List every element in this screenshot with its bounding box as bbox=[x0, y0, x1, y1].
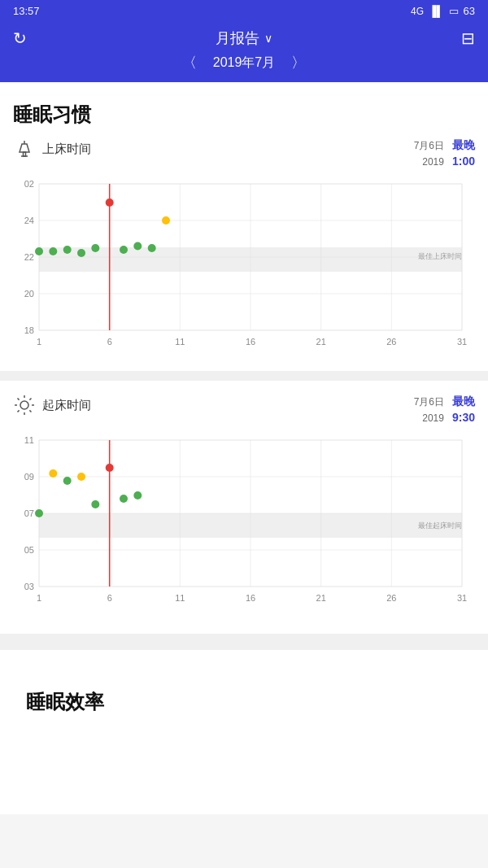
svg-text:11: 11 bbox=[24, 435, 34, 445]
bedtime-chart: 最佳上床时间 bbox=[10, 176, 478, 355]
bedtime-meta-label: 最晚 bbox=[452, 138, 475, 151]
battery-level: 63 bbox=[464, 5, 475, 17]
svg-text:22: 22 bbox=[24, 252, 34, 262]
svg-text:05: 05 bbox=[24, 545, 34, 555]
svg-line-46 bbox=[18, 399, 20, 400]
svg-text:11: 11 bbox=[175, 337, 185, 347]
bedtime-optimal-label: 最佳上床时间 bbox=[418, 252, 462, 260]
svg-point-40 bbox=[162, 216, 170, 225]
svg-line-48 bbox=[29, 399, 31, 400]
svg-text:07: 07 bbox=[24, 508, 34, 518]
svg-text:31: 31 bbox=[457, 593, 467, 603]
svg-text:6: 6 bbox=[107, 593, 112, 603]
wakeup-optimal-label: 最佳起床时间 bbox=[418, 521, 462, 530]
svg-point-77 bbox=[35, 509, 43, 517]
svg-text:26: 26 bbox=[386, 593, 396, 603]
svg-text:26: 26 bbox=[386, 337, 396, 347]
svg-text:09: 09 bbox=[24, 472, 34, 482]
refresh-button[interactable]: ↻ bbox=[13, 28, 27, 48]
bedtime-label-group: 上床时间 bbox=[13, 137, 91, 160]
signal-bars-icon: ▐▌ bbox=[429, 5, 443, 17]
wakeup-meta-time: 9:30 bbox=[452, 411, 475, 424]
sleep-habits-title: 睡眠习惯 bbox=[0, 82, 488, 137]
bedtime-meta-time: 1:00 bbox=[452, 155, 475, 168]
svg-text:24: 24 bbox=[24, 216, 34, 225]
sleep-efficiency-title: 睡眠效率 bbox=[13, 670, 475, 725]
month-nav: 〈 2019年7月 〉 bbox=[13, 53, 475, 72]
bedtime-meta: 7月6日 最晚 2019 1:00 bbox=[414, 137, 475, 169]
wakeup-label-group: 起床时间 bbox=[13, 394, 91, 417]
wakeup-meta-label: 最晚 bbox=[452, 395, 475, 408]
chart-divider-1 bbox=[0, 371, 488, 381]
svg-point-31 bbox=[35, 247, 43, 255]
svg-line-47 bbox=[29, 411, 31, 412]
svg-text:21: 21 bbox=[316, 593, 326, 603]
svg-point-38 bbox=[133, 242, 142, 251]
svg-text:03: 03 bbox=[24, 582, 34, 591]
wakeup-label-text: 起床时间 bbox=[42, 398, 91, 413]
svg-marker-0 bbox=[20, 144, 29, 152]
svg-point-78 bbox=[49, 469, 57, 478]
next-month-button[interactable]: 〉 bbox=[291, 53, 306, 72]
svg-text:6: 6 bbox=[107, 337, 112, 347]
svg-text:31: 31 bbox=[457, 337, 467, 347]
svg-text:16: 16 bbox=[246, 337, 255, 347]
svg-text:1: 1 bbox=[37, 593, 41, 603]
wakeup-chart-header: 起床时间 7月6日 最晚 2019 9:30 bbox=[10, 394, 478, 425]
battery-icon: ▭ bbox=[449, 5, 459, 17]
svg-point-32 bbox=[49, 247, 57, 255]
dropdown-arrow-icon[interactable]: ∨ bbox=[264, 32, 272, 45]
sun-icon bbox=[13, 394, 36, 417]
wakeup-meta: 7月6日 最晚 2019 9:30 bbox=[414, 394, 475, 425]
wakeup-chart-container: 起床时间 7月6日 最晚 2019 9:30 bbox=[0, 381, 488, 627]
calendar-button[interactable]: ⊟ bbox=[461, 28, 475, 48]
sleep-habits-section: 睡眠习惯 上床时间 7月6日 bbox=[0, 82, 488, 627]
sleep-efficiency-section: 睡眠效率 bbox=[0, 650, 488, 735]
svg-text:16: 16 bbox=[246, 593, 255, 603]
svg-point-41 bbox=[20, 401, 28, 409]
signal-icon: 4G bbox=[411, 6, 424, 17]
bedtime-label-text: 上床时间 bbox=[42, 142, 91, 157]
header-top: ↻ 月报告 ∨ ⊟ bbox=[13, 28, 475, 48]
lamp-icon bbox=[13, 137, 36, 160]
svg-text:02: 02 bbox=[24, 179, 34, 189]
svg-point-33 bbox=[63, 246, 72, 254]
svg-text:11: 11 bbox=[175, 593, 185, 603]
bedtime-chart-container: 上床时间 7月6日 最晚 2019 1:00 bbox=[0, 137, 488, 371]
svg-text:18: 18 bbox=[24, 325, 34, 335]
svg-point-35 bbox=[91, 244, 99, 252]
svg-point-83 bbox=[120, 495, 128, 503]
svg-line-49 bbox=[18, 411, 20, 412]
svg-point-37 bbox=[120, 246, 128, 254]
wakeup-meta-date: 7月6日 bbox=[414, 396, 444, 408]
report-title: 月报告 bbox=[216, 28, 259, 48]
app-header: ↻ 月报告 ∨ ⊟ 〈 2019年7月 〉 bbox=[0, 22, 488, 82]
bedtime-chart-header: 上床时间 7月6日 最晚 2019 1:00 bbox=[10, 137, 478, 169]
prev-month-button[interactable]: 〈 bbox=[182, 53, 197, 72]
svg-point-84 bbox=[133, 491, 142, 499]
main-content: 睡眠习惯 上床时间 7月6日 bbox=[0, 82, 488, 814]
header-title-group: 月报告 ∨ bbox=[216, 28, 272, 48]
section-divider bbox=[0, 634, 488, 650]
status-time: 13:57 bbox=[13, 5, 40, 17]
svg-point-36 bbox=[106, 198, 114, 207]
svg-point-34 bbox=[77, 249, 85, 257]
svg-point-39 bbox=[148, 244, 156, 252]
bedtime-meta-year: 2019 bbox=[422, 156, 444, 168]
status-bar: 13:57 4G ▐▌ ▭ 63 bbox=[0, 0, 488, 22]
svg-text:20: 20 bbox=[24, 289, 34, 299]
svg-point-80 bbox=[77, 473, 85, 481]
wakeup-chart: 最佳起床时间 11 09 bbox=[10, 432, 478, 611]
svg-point-79 bbox=[63, 477, 72, 485]
svg-text:1: 1 bbox=[37, 337, 41, 347]
bedtime-meta-date: 7月6日 bbox=[414, 140, 444, 151]
current-month: 2019年7月 bbox=[213, 55, 276, 72]
svg-text:21: 21 bbox=[316, 337, 326, 347]
status-right: 4G ▐▌ ▭ 63 bbox=[411, 5, 475, 17]
svg-point-81 bbox=[91, 500, 99, 508]
wakeup-meta-year: 2019 bbox=[422, 412, 444, 424]
svg-point-82 bbox=[106, 464, 114, 472]
